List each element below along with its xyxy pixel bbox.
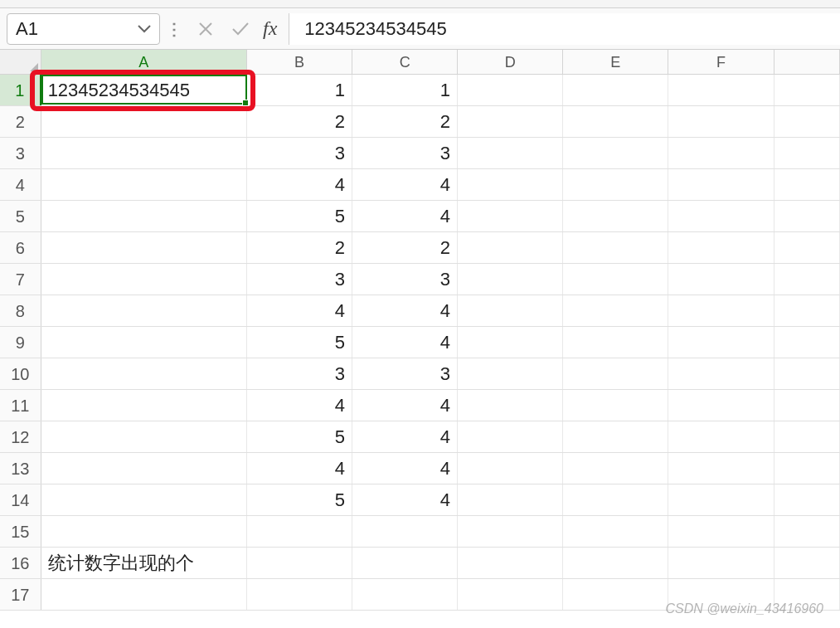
cell-C5[interactable]: 4	[352, 201, 458, 231]
cell-B3[interactable]: 3	[247, 138, 352, 168]
column-header-D[interactable]: D	[458, 50, 563, 74]
cell-A8[interactable]	[41, 295, 247, 326]
cell-blank-15[interactable]	[774, 516, 840, 547]
cell-C11[interactable]: 4	[352, 390, 458, 421]
row-header-6[interactable]: 6	[0, 232, 41, 263]
cell-A12[interactable]	[41, 421, 247, 452]
cell-blank-9[interactable]	[774, 327, 840, 358]
cell-D17[interactable]	[458, 579, 563, 610]
row-header-15[interactable]: 15	[0, 516, 41, 547]
cell-blank-6[interactable]	[774, 232, 840, 263]
cell-B4[interactable]: 4	[247, 169, 352, 200]
cell-D9[interactable]	[458, 327, 563, 358]
cell-A11[interactable]	[41, 390, 247, 421]
cell-A6[interactable]	[41, 232, 247, 263]
cell-F16[interactable]	[668, 548, 774, 578]
cell-blank-7[interactable]	[774, 264, 840, 295]
cell-B13[interactable]: 4	[247, 453, 352, 484]
cell-blank-12[interactable]	[774, 421, 840, 452]
select-all-corner[interactable]	[0, 50, 41, 74]
cell-F1[interactable]	[668, 75, 774, 105]
cell-E15[interactable]	[563, 516, 668, 547]
cell-D10[interactable]	[458, 358, 563, 389]
cell-C15[interactable]	[352, 516, 458, 547]
cell-C17[interactable]	[352, 579, 458, 610]
row-header-10[interactable]: 10	[0, 358, 41, 389]
cell-C10[interactable]: 3	[352, 358, 458, 389]
cell-D6[interactable]	[458, 232, 563, 263]
cell-blank-17[interactable]	[774, 579, 840, 610]
row-header-1[interactable]: 1	[0, 75, 41, 105]
column-header-blank[interactable]	[774, 50, 840, 74]
row-header-7[interactable]: 7	[0, 264, 41, 295]
cell-F6[interactable]	[668, 232, 774, 263]
cell-F8[interactable]	[668, 295, 774, 326]
cell-D7[interactable]	[458, 264, 563, 295]
confirm-icon[interactable]	[228, 17, 253, 41]
cell-F11[interactable]	[668, 390, 774, 421]
cell-D5[interactable]	[458, 201, 563, 231]
cell-blank-14[interactable]	[774, 484, 840, 515]
row-header-16[interactable]: 16	[0, 548, 41, 578]
cell-E12[interactable]	[563, 421, 668, 452]
cell-A17[interactable]	[41, 579, 247, 610]
cell-B5[interactable]: 5	[247, 201, 352, 231]
cell-D15[interactable]	[458, 516, 563, 547]
cell-F17[interactable]	[668, 579, 774, 610]
cell-A13[interactable]	[41, 453, 247, 484]
chevron-down-icon[interactable]	[138, 25, 151, 33]
cell-F9[interactable]	[668, 327, 774, 358]
cell-E1[interactable]	[563, 75, 668, 105]
cell-E10[interactable]	[563, 358, 668, 389]
cell-B17[interactable]	[247, 579, 352, 610]
fx-icon[interactable]: fx	[263, 17, 277, 40]
cell-B10[interactable]: 3	[247, 358, 352, 389]
cell-D11[interactable]	[458, 390, 563, 421]
cell-C14[interactable]: 4	[352, 484, 458, 515]
cell-blank-11[interactable]	[774, 390, 840, 421]
cell-B7[interactable]: 3	[247, 264, 352, 295]
row-header-17[interactable]: 17	[0, 579, 41, 610]
row-header-9[interactable]: 9	[0, 327, 41, 358]
cell-C9[interactable]: 4	[352, 327, 458, 358]
cell-D3[interactable]	[458, 138, 563, 168]
cancel-icon[interactable]	[193, 17, 218, 41]
cell-A14[interactable]	[41, 484, 247, 515]
cell-C4[interactable]: 4	[352, 169, 458, 200]
cell-C6[interactable]: 2	[352, 232, 458, 263]
column-header-E[interactable]: E	[563, 50, 668, 74]
row-header-14[interactable]: 14	[0, 484, 41, 515]
cell-A7[interactable]	[41, 264, 247, 295]
row-header-8[interactable]: 8	[0, 295, 41, 326]
cell-A2[interactable]	[41, 106, 247, 137]
cell-blank-16[interactable]	[774, 548, 840, 578]
cell-B9[interactable]: 5	[247, 327, 352, 358]
cell-A1[interactable]: 12345234534545	[41, 75, 247, 105]
cell-D8[interactable]	[458, 295, 563, 326]
cell-C12[interactable]: 4	[352, 421, 458, 452]
cell-E17[interactable]	[563, 579, 668, 610]
cell-C3[interactable]: 3	[352, 138, 458, 168]
cell-F14[interactable]	[668, 484, 774, 515]
cell-F4[interactable]	[668, 169, 774, 200]
cell-B16[interactable]	[247, 548, 352, 578]
cell-B2[interactable]: 2	[247, 106, 352, 137]
cell-B1[interactable]: 1	[247, 75, 352, 105]
cell-A16[interactable]: 统计数字出现的个	[41, 548, 247, 578]
cell-E6[interactable]	[563, 232, 668, 263]
cell-C13[interactable]: 4	[352, 453, 458, 484]
cell-B12[interactable]: 5	[247, 421, 352, 452]
cell-E5[interactable]	[563, 201, 668, 231]
cell-E11[interactable]	[563, 390, 668, 421]
cell-F7[interactable]	[668, 264, 774, 295]
cell-C7[interactable]: 3	[352, 264, 458, 295]
cell-B15[interactable]	[247, 516, 352, 547]
row-header-5[interactable]: 5	[0, 201, 41, 231]
cell-E9[interactable]	[563, 327, 668, 358]
cell-C8[interactable]: 4	[352, 295, 458, 326]
cell-D14[interactable]	[458, 484, 563, 515]
cell-C2[interactable]: 2	[352, 106, 458, 137]
column-header-A[interactable]: A	[41, 50, 247, 74]
cell-D2[interactable]	[458, 106, 563, 137]
cell-blank-13[interactable]	[774, 453, 840, 484]
